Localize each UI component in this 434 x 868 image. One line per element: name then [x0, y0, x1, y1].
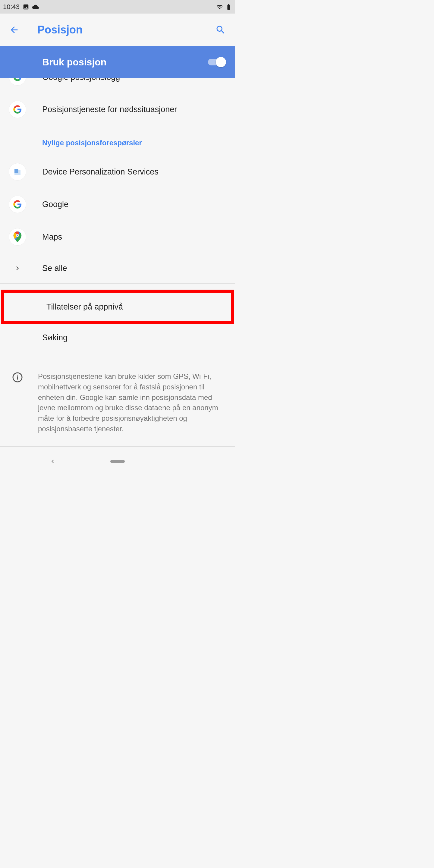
info-icon	[12, 372, 23, 383]
svg-rect-1	[14, 169, 19, 173]
use-location-toggle-row[interactable]: Bruk posisjon	[0, 46, 235, 78]
system-nav-bar	[0, 453, 235, 470]
nav-back-button[interactable]	[50, 458, 56, 464]
item-label: Posisjonstjeneste for nødssituasjoner	[42, 105, 177, 114]
item-label: Tillatelser på appnivå	[46, 302, 123, 312]
item-label: Google posisjonslogg	[42, 78, 120, 82]
svg-point-3	[17, 235, 19, 236]
item-label: Device Personalization Services	[42, 167, 158, 177]
item-label: Google	[42, 200, 68, 209]
list-item-app-dps[interactable]: Device Personalization Services	[0, 156, 235, 188]
section-header-recent: Nylige posisjonsforespørsler	[0, 126, 235, 156]
status-time: 10:43	[3, 3, 20, 11]
chevron-right-icon	[13, 264, 22, 272]
list-item-location-history[interactable]: Google posisjonslogg	[0, 78, 235, 93]
chevron-left-icon	[50, 458, 56, 464]
list-item-app-permissions[interactable]: Tillatelser på appnivå	[4, 293, 231, 321]
use-location-switch[interactable]	[208, 57, 226, 67]
status-bar: 10:43	[0, 0, 235, 13]
item-label: Se alle	[42, 264, 67, 273]
maps-pin-icon	[9, 228, 26, 245]
svg-point-6	[17, 375, 18, 375]
google-g-icon	[9, 78, 26, 85]
image-icon	[23, 4, 29, 10]
search-icon	[215, 24, 226, 35]
back-button[interactable]	[9, 25, 19, 35]
list-item-emergency-location[interactable]: Posisjonstjeneste for nødssituasjoner	[0, 93, 235, 126]
battery-icon	[225, 4, 232, 10]
list-item-app-maps[interactable]: Maps	[0, 221, 235, 253]
item-label: Maps	[42, 232, 62, 242]
divider	[0, 283, 235, 284]
wifi-icon	[216, 4, 223, 10]
list-item-app-google[interactable]: Google	[0, 188, 235, 221]
info-text: Posisjonstjenestene kan bruke kilder som…	[38, 371, 226, 434]
app-bar: Posisjon	[0, 13, 235, 46]
page-title: Posisjon	[37, 24, 83, 36]
dps-app-icon	[9, 163, 26, 180]
use-location-label: Bruk posisjon	[42, 57, 106, 68]
google-g-icon	[9, 101, 26, 118]
google-g-icon	[9, 196, 26, 213]
search-button[interactable]	[215, 24, 226, 35]
cloud-icon	[32, 4, 39, 10]
highlight-marker: Tillatelser på appnivå	[1, 290, 234, 324]
info-block: Posisjonstjenestene kan bruke kilder som…	[0, 361, 235, 444]
nav-home-pill[interactable]	[110, 460, 125, 463]
list-item-see-all[interactable]: Se alle	[0, 253, 235, 283]
list-item-scanning[interactable]: Søking	[0, 325, 235, 355]
arrow-back-icon	[9, 25, 19, 35]
divider	[0, 446, 235, 447]
item-label: Søking	[42, 333, 67, 342]
